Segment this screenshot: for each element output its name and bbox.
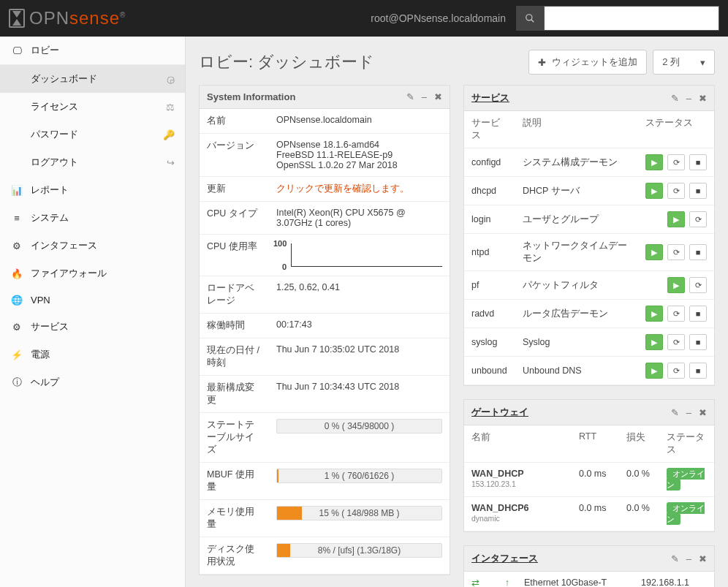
interface-row: ⇄LAN↑Ethernet 10Gbase-T <full-duplex>192… bbox=[464, 572, 714, 587]
service-reload-button[interactable]: ⟳ bbox=[689, 211, 707, 227]
service-play-button[interactable]: ▶ bbox=[645, 154, 663, 170]
search-input[interactable] bbox=[544, 6, 719, 31]
col-loss: 損失 bbox=[619, 425, 659, 463]
widget-title[interactable]: サービス bbox=[471, 91, 509, 105]
row-label: ステートテーブルサイズ bbox=[200, 413, 269, 463]
sidebar-item-インタフェース[interactable]: ⚙インタフェース bbox=[0, 232, 185, 260]
service-reload-button[interactable]: ⟳ bbox=[667, 334, 685, 350]
row-label: MBUF 使用量 bbox=[200, 463, 269, 500]
service-play-button[interactable]: ▶ bbox=[645, 334, 663, 350]
sidebar-label: インタフェース bbox=[31, 239, 97, 252]
svc-name: ntpd bbox=[464, 234, 515, 271]
service-reload-button[interactable]: ⟳ bbox=[667, 244, 685, 260]
svc-desc: Syslog bbox=[515, 328, 638, 357]
close-icon[interactable]: ✖ bbox=[699, 93, 707, 104]
widget-services: サービス ✎–✖ サービス説明ステータス configdシステム構成デーモン▶⟳… bbox=[463, 85, 715, 386]
sidebar-sub-パスワード[interactable]: パスワード🔑 bbox=[0, 121, 185, 148]
svc-name: dhcpd bbox=[464, 177, 515, 205]
sidebar-sub-ログアウト[interactable]: ログアウト↪ bbox=[0, 148, 185, 176]
sidebar-label: ログアウト bbox=[31, 156, 78, 169]
gw-loss: 0.0 % bbox=[619, 497, 659, 531]
sidebar-item-ファイアウォール[interactable]: 🔥ファイアウォール bbox=[0, 260, 185, 287]
svc-desc: ユーザとグループ bbox=[515, 205, 638, 234]
service-stop-button[interactable]: ■ bbox=[689, 154, 707, 170]
svc-name: pf bbox=[464, 271, 515, 300]
sidebar-item-システム[interactable]: ≡システム bbox=[0, 204, 185, 232]
pencil-icon[interactable]: ✎ bbox=[671, 93, 679, 104]
pencil-icon[interactable]: ✎ bbox=[671, 407, 679, 418]
sidebar-item-lobby[interactable]: 🖵ロビー bbox=[0, 37, 185, 65]
close-icon[interactable]: ✖ bbox=[699, 553, 707, 564]
widget-title[interactable]: インタフェース bbox=[471, 552, 538, 565]
sidebar-item-レポート[interactable]: 📊レポート bbox=[0, 176, 185, 204]
sidebar-label: ライセンス bbox=[31, 100, 78, 113]
exchange-icon: ⇄ bbox=[471, 578, 479, 587]
row-value: Intel(R) Xeon(R) CPU X5675 @ 3.07GHz (1 … bbox=[269, 202, 450, 235]
service-row: loginユーザとグループ▶⟳ bbox=[464, 205, 714, 234]
service-row: pfパケットフィルタ▶⟳ bbox=[464, 271, 714, 300]
plus-icon: ✚ bbox=[538, 57, 546, 68]
service-play-button[interactable]: ▶ bbox=[645, 363, 663, 379]
row-label: ロードアベレージ bbox=[200, 276, 269, 314]
gw-rtt: 0.0 ms bbox=[572, 463, 619, 497]
service-reload-button[interactable]: ⟳ bbox=[667, 306, 685, 322]
sidebar-item-VPN[interactable]: 🌐VPN bbox=[0, 287, 185, 313]
service-reload-button[interactable]: ⟳ bbox=[667, 183, 685, 199]
minimize-icon[interactable]: – bbox=[686, 407, 691, 418]
col-desc: 説明 bbox=[515, 111, 638, 148]
service-reload-button[interactable]: ⟳ bbox=[689, 277, 707, 293]
widget-gateways: ゲートウェイ ✎–✖ 名前RTT損失ステータス WAN_DHCP153.120.… bbox=[463, 399, 715, 532]
row-value: 00:17:43 bbox=[269, 314, 450, 338]
sidebar-sub-ライセンス[interactable]: ライセンス⚖ bbox=[0, 93, 185, 121]
service-play-button[interactable]: ▶ bbox=[645, 306, 663, 322]
mem-bar: 15 % ( 148/988 MB ) bbox=[276, 506, 442, 520]
pencil-icon[interactable]: ✎ bbox=[671, 553, 679, 564]
close-icon[interactable]: ✖ bbox=[434, 91, 442, 102]
pencil-icon[interactable]: ✎ bbox=[406, 91, 414, 102]
sidebar-label: VPN bbox=[31, 295, 50, 306]
gw-loss: 0.0 % bbox=[619, 463, 659, 497]
sidebar-item-ヘルプ[interactable]: ⓘヘルプ bbox=[0, 368, 185, 396]
col-name: 名前 bbox=[464, 425, 572, 463]
service-stop-button[interactable]: ■ bbox=[689, 363, 707, 379]
service-play-button[interactable]: ▶ bbox=[667, 211, 685, 227]
service-play-button[interactable]: ▶ bbox=[645, 244, 663, 260]
svc-name: login bbox=[464, 205, 515, 234]
service-stop-button[interactable]: ■ bbox=[689, 183, 707, 199]
service-row: syslogSyslog▶⟳■ bbox=[464, 328, 714, 357]
service-reload-button[interactable]: ⟳ bbox=[667, 154, 685, 170]
row-label: メモリ使用量 bbox=[200, 500, 269, 537]
service-stop-button[interactable]: ■ bbox=[689, 334, 707, 350]
state-bar: 0 % ( 345/98000 ) bbox=[276, 419, 442, 433]
search-icon bbox=[525, 13, 535, 23]
logo[interactable]: OPNsense® bbox=[9, 8, 126, 29]
col-status: ステータス bbox=[638, 111, 714, 148]
sidebar-item-サービス[interactable]: ⚙サービス bbox=[0, 313, 185, 341]
check-updates-link[interactable]: クリックで更新を確認します。 bbox=[276, 183, 409, 194]
service-reload-button[interactable]: ⟳ bbox=[667, 363, 685, 379]
minimize-icon[interactable]: – bbox=[686, 553, 691, 564]
svc-desc: ネットワークタイムデーモン bbox=[515, 234, 638, 271]
minimize-icon[interactable]: – bbox=[422, 91, 427, 102]
sidebar-item-電源[interactable]: ⚡電源 bbox=[0, 341, 185, 368]
sidebar-label: レポート bbox=[31, 183, 69, 197]
add-widget-button[interactable]: ✚ウィジェットを追加 bbox=[528, 50, 647, 75]
col-status: ステータス bbox=[659, 425, 714, 463]
status-badge: オンライン bbox=[667, 502, 705, 525]
nav-icon: ⚡ bbox=[10, 349, 23, 360]
service-play-button[interactable]: ▶ bbox=[667, 277, 685, 293]
close-icon[interactable]: ✖ bbox=[699, 407, 707, 418]
widget-title[interactable]: ゲートウェイ bbox=[471, 406, 528, 419]
search-button[interactable] bbox=[516, 6, 544, 31]
service-stop-button[interactable]: ■ bbox=[689, 244, 707, 260]
svc-name: unbound bbox=[464, 357, 515, 385]
status-badge: オンライン bbox=[667, 468, 705, 491]
service-stop-button[interactable]: ■ bbox=[689, 306, 707, 322]
gw-name: WAN_DHCP153.120.23.1 bbox=[464, 463, 572, 497]
row-value: Thu Jun 7 10:35:02 UTC 2018 bbox=[269, 338, 450, 376]
columns-select[interactable]: 2 列▾ bbox=[653, 50, 715, 75]
service-play-button[interactable]: ▶ bbox=[645, 183, 663, 199]
svc-name: configd bbox=[464, 148, 515, 177]
sidebar-sub-ダッシュボード[interactable]: ダッシュボード◶ bbox=[0, 65, 185, 93]
minimize-icon[interactable]: – bbox=[686, 93, 691, 104]
